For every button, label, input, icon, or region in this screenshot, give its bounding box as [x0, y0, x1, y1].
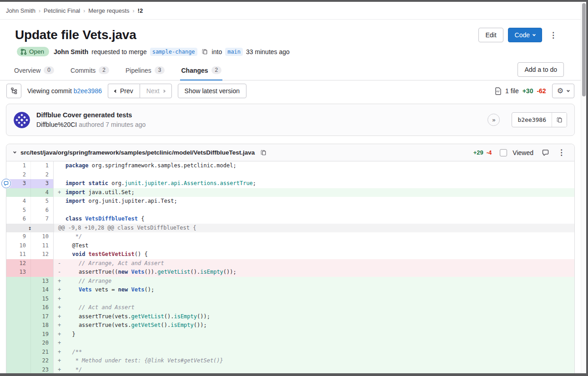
- code-dropdown-button[interactable]: Code: [508, 28, 542, 42]
- old-line-number[interactable]: 13: [6, 268, 31, 277]
- new-line-number[interactable]: 6: [31, 206, 54, 215]
- show-latest-version-button[interactable]: Show latest version: [178, 84, 246, 98]
- mr-tabs-bar: Overview0 Commits2 Pipelines3 Changes2 A…: [0, 62, 581, 80]
- diff-line: 22+ * Method under test: {@link Vets#get…: [6, 356, 574, 366]
- old-line-number[interactable]: [6, 312, 31, 321]
- new-line-number[interactable]: 7: [31, 215, 54, 224]
- old-line-number[interactable]: 12: [6, 259, 31, 268]
- scrollbar-thumb[interactable]: [582, 3, 586, 96]
- breadcrumb-mr-number: !2: [138, 7, 143, 14]
- new-line-number[interactable]: 20: [31, 339, 54, 348]
- new-line-number[interactable]: 14: [31, 286, 54, 295]
- new-line-number[interactable]: 11: [31, 241, 54, 251]
- target-branch-ref[interactable]: main: [225, 48, 243, 56]
- viewed-checkbox[interactable]: [500, 149, 507, 156]
- new-line-number[interactable]: 22: [31, 356, 54, 366]
- diff-line: 22: [6, 170, 574, 180]
- new-line-number[interactable]: [31, 259, 54, 268]
- commit-author-name[interactable]: Diffblue%20CI: [36, 121, 77, 128]
- diff-line: 20+: [6, 339, 574, 348]
- collapse-commit-icon[interactable]: »: [487, 114, 500, 126]
- tab-pipelines-count: 3: [155, 66, 165, 74]
- edit-button[interactable]: Edit: [478, 28, 503, 42]
- new-line-number[interactable]: [31, 268, 54, 277]
- diff-settings-button[interactable]: ⚙: [552, 84, 574, 98]
- code-line: +import java.util.Set;: [54, 188, 574, 197]
- old-line-number[interactable]: [6, 286, 31, 295]
- comment-indicator-icon[interactable]: [1, 179, 11, 188]
- breadcrumb-separator: ›: [39, 8, 40, 14]
- next-commit-button[interactable]: Next: [140, 84, 172, 98]
- old-line-number[interactable]: [6, 295, 31, 304]
- new-line-number[interactable]: 3: [31, 179, 54, 188]
- old-line-number[interactable]: [6, 321, 31, 330]
- diff-line: 14+ Vets vets = new Vets();: [6, 286, 574, 295]
- new-line-number[interactable]: 1: [31, 161, 54, 170]
- old-line-number[interactable]: [6, 188, 31, 197]
- new-line-number[interactable]: 19: [31, 330, 54, 339]
- commit-authored-time: authored 7 minutes ago: [79, 121, 146, 128]
- diff-marker: +: [54, 286, 65, 295]
- new-line-number[interactable]: 2: [31, 170, 54, 180]
- file-comment-icon[interactable]: [541, 148, 550, 157]
- breadcrumb-user[interactable]: John Smith: [6, 7, 35, 14]
- new-line-number[interactable]: 13: [31, 277, 54, 286]
- add-todo-button[interactable]: Add a to do: [518, 62, 564, 77]
- new-line-number[interactable]: 15: [31, 295, 54, 304]
- old-line-number[interactable]: 11: [6, 250, 31, 259]
- tab-changes[interactable]: Changes2: [180, 62, 222, 80]
- old-line-number[interactable]: [6, 277, 31, 286]
- old-line-number[interactable]: 5: [6, 206, 31, 215]
- diff-line: 18+ assertTrue(vets.getVetSet().isEmpty(…: [6, 321, 574, 330]
- tab-pipelines[interactable]: Pipelines3: [125, 62, 166, 80]
- file-options-icon[interactable]: ⋮: [555, 147, 568, 158]
- breadcrumb-merge-requests[interactable]: Merge requests: [88, 7, 129, 14]
- code-line: - // Arrange, Act and Assert: [54, 259, 574, 268]
- old-line-number[interactable]: 10: [6, 241, 31, 251]
- mr-author[interactable]: John Smith: [54, 48, 88, 55]
- new-line-number[interactable]: 4: [31, 188, 54, 197]
- copy-path-icon[interactable]: [259, 148, 267, 157]
- old-line-number[interactable]: 9: [6, 232, 31, 241]
- old-line-number[interactable]: 2: [6, 170, 31, 180]
- commit-title[interactable]: Diffblue Cover generated tests: [36, 110, 146, 120]
- old-line-number[interactable]: [6, 356, 31, 366]
- old-line-number[interactable]: [6, 348, 31, 357]
- merge-request-page: John Smith›Petclinic Final›Merge request…: [0, 2, 581, 373]
- diff-line: 19+ }: [6, 330, 574, 339]
- page-scrollbar[interactable]: [581, 2, 586, 373]
- file-path[interactable]: src/test/java/org/springframework/sample…: [20, 149, 255, 156]
- tab-commits[interactable]: Commits2: [70, 62, 110, 80]
- code-line: +: [54, 339, 574, 348]
- breadcrumb-project[interactable]: Petclinic Final: [44, 7, 80, 14]
- copy-sha-icon[interactable]: [552, 113, 567, 127]
- total-additions: +30: [523, 87, 533, 95]
- new-line-number[interactable]: 5: [31, 197, 54, 206]
- new-line-number[interactable]: 17: [31, 312, 54, 321]
- new-line-number[interactable]: 18: [31, 321, 54, 330]
- code-line: + // Arrange: [54, 277, 574, 286]
- new-line-number[interactable]: 21: [31, 348, 54, 357]
- old-line-number[interactable]: 4: [6, 197, 31, 206]
- copy-branch-icon[interactable]: [201, 47, 209, 56]
- source-branch-ref[interactable]: sample-change: [150, 48, 197, 56]
- code-line: + * Method under test: {@link Vets#getVe…: [54, 356, 574, 366]
- prev-commit-button[interactable]: Prev: [108, 84, 140, 98]
- viewing-commit-sha-link[interactable]: b2ee3986: [74, 87, 102, 95]
- viewing-commit-label: Viewing commit: [27, 87, 72, 95]
- more-actions-icon[interactable]: ⋮: [547, 30, 560, 41]
- old-line-number[interactable]: 1: [6, 161, 31, 170]
- collapse-file-chevron-icon[interactable]: [13, 150, 16, 154]
- file-tree-toggle-button[interactable]: [6, 84, 21, 98]
- diff-line: ↕@@ -9,8 +10,28 @@ class VetsDiffblueTes…: [6, 224, 574, 233]
- code-line: + assertTrue(vets.getVetSet().isEmpty())…: [54, 321, 574, 330]
- old-line-number[interactable]: [6, 339, 31, 348]
- new-line-number[interactable]: 10: [31, 232, 54, 241]
- expand-lines-icon[interactable]: ↕: [6, 224, 54, 233]
- new-line-number[interactable]: 16: [31, 303, 54, 312]
- old-line-number[interactable]: [6, 303, 31, 312]
- old-line-number[interactable]: 6: [6, 215, 31, 224]
- tab-overview[interactable]: Overview0: [13, 62, 55, 80]
- new-line-number[interactable]: 12: [31, 250, 54, 259]
- old-line-number[interactable]: [6, 330, 31, 339]
